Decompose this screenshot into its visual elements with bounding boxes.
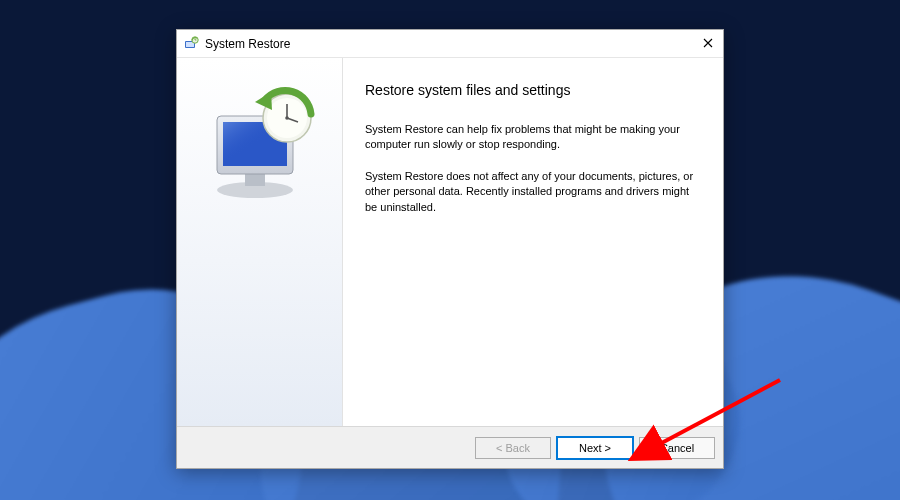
main-panel: Restore system files and settings System… (343, 58, 723, 426)
system-restore-dialog: System Restore (176, 29, 724, 469)
system-restore-icon (183, 36, 199, 52)
window-title: System Restore (205, 37, 290, 51)
titlebar: System Restore (177, 30, 723, 58)
intro-paragraph-2: System Restore does not affect any of yo… (365, 169, 695, 215)
next-button[interactable]: Next > (557, 437, 633, 459)
page-heading: Restore system files and settings (365, 82, 697, 98)
back-button: < Back (475, 437, 551, 459)
side-illustration (177, 58, 343, 426)
dialog-body: Restore system files and settings System… (177, 58, 723, 426)
intro-paragraph-1: System Restore can help fix problems tha… (365, 122, 695, 153)
restore-illustration-icon (195, 86, 325, 206)
cancel-button[interactable]: Cancel (639, 437, 715, 459)
button-bar: < Back Next > Cancel (177, 426, 723, 468)
svg-marker-14 (255, 92, 272, 110)
close-icon (703, 38, 713, 48)
close-button[interactable] (699, 34, 717, 52)
svg-point-13 (285, 116, 289, 120)
